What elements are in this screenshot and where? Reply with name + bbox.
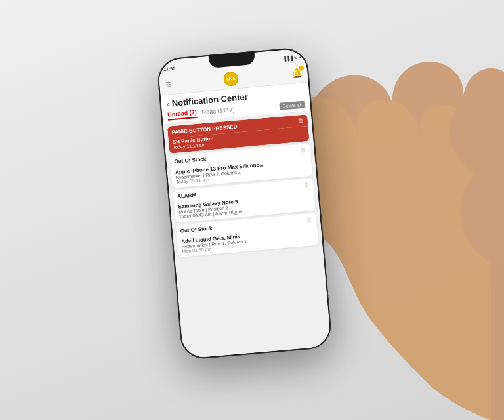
tab-unread[interactable]: Unread (7) (167, 109, 198, 121)
scene: 11:55 Demo Phone ▐▐▐ ⊙ ▪ ☰ LIVE (0, 0, 504, 420)
phone-screen: 11:55 Demo Phone ▐▐▐ ⊙ ▪ ☰ LIVE (158, 48, 331, 359)
delete-icon-panic[interactable]: 🗑 (297, 117, 304, 125)
notifications-list: PANIC BUTTON PRESSED 🗑 SH Panic Button T… (163, 112, 331, 359)
status-icons: ▐▐▐ ⊙ ▪ (283, 54, 301, 61)
notif-type-oos2: Out Of Stock (180, 225, 212, 234)
notif-type-alarm: ALARM (177, 192, 197, 199)
wifi-icon: ⊙ (294, 54, 299, 60)
battery-icon: ▪ (299, 54, 301, 59)
delete-icon-oos2[interactable]: 🗑 (306, 216, 313, 223)
bell-button[interactable]: 🔔 (291, 68, 303, 79)
delete-icon-oos1[interactable]: 🗑 (300, 146, 306, 154)
status-time: 11:55 (163, 66, 175, 72)
phone-frame: 11:55 Demo Phone ▐▐▐ ⊙ ▪ ☰ LIVE (156, 47, 333, 360)
back-arrow[interactable]: ‹ (166, 99, 169, 108)
logo-text: LIVE (226, 77, 236, 81)
phone-device: 11:55 Demo Phone ▐▐▐ ⊙ ▪ ☰ LIVE (156, 47, 333, 360)
bell-badge (299, 65, 304, 71)
menu-icon[interactable]: ☰ (165, 81, 171, 89)
notif-type-oos1: Out Of Stock (174, 156, 206, 164)
delete-all-button[interactable]: Delete all (279, 100, 305, 110)
delete-icon-alarm[interactable]: 🗑 (303, 181, 310, 188)
tab-read[interactable]: Read (1117) (201, 106, 235, 117)
app-logo: LIVE (223, 71, 239, 87)
screen-content: 11:55 Demo Phone ▐▐▐ ⊙ ▪ ☰ LIVE (158, 48, 331, 359)
signal-icon: ▐▐▐ (283, 55, 293, 60)
